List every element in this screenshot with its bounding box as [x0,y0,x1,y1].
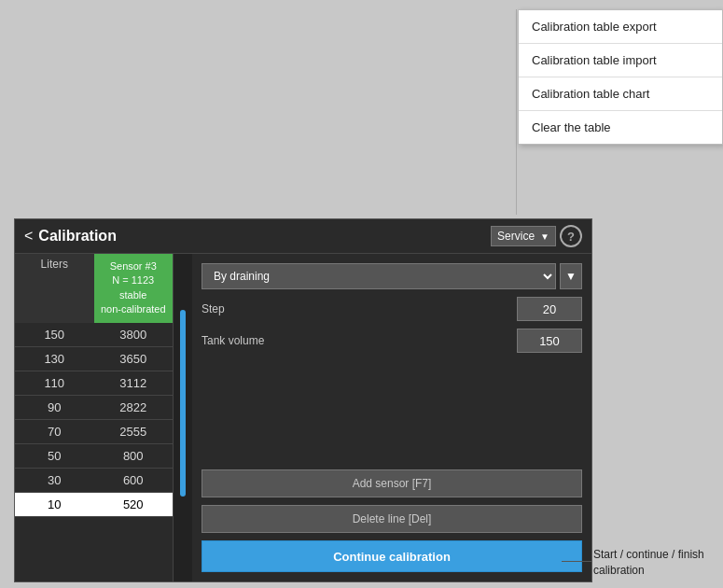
step-input[interactable] [517,297,582,321]
table-row: 50 800 [15,444,173,469]
context-menu-line [516,9,517,215]
title-bar: < Calibration Service ▼ ? [15,219,591,254]
table-row-selected[interactable]: 10 520 [15,493,173,517]
table-row: 110 3112 [15,371,173,396]
liters-cell: 70 [15,420,94,443]
context-menu-import[interactable]: Calibration table import [519,44,722,77]
value-cell: 520 [94,493,174,516]
right-panel: By draining By filling ▼ Step Tank volum… [192,254,591,581]
table-row: 70 2555 [15,420,173,444]
help-button[interactable]: ? [560,225,582,247]
title-bar-right: Service ▼ ? [491,225,582,247]
liters-header: Liters [15,254,94,323]
liters-cell: 130 [15,347,94,371]
scroll-bar[interactable] [180,310,186,497]
table-row: 130 3650 [15,347,173,371]
table-row: 90 2822 [15,396,173,420]
context-menu-export[interactable]: Calibration table export [519,10,722,44]
tank-volume-row: Tank volume [202,329,582,353]
calibration-window: < Calibration Service ▼ ? Liters Sensor … [14,218,592,582]
step-label: Step [202,302,225,315]
value-cell: 2555 [94,420,174,443]
method-dropdown-arrow[interactable]: ▼ [560,263,582,289]
liters-cell: 150 [15,323,94,346]
liters-cell: 30 [15,469,94,492]
annotation-label: Start / continue / finish calibration [593,547,719,579]
value-cell: 3112 [94,371,174,395]
value-cell: 600 [94,469,174,492]
continue-calibration-button[interactable]: Continue calibration [202,540,582,572]
step-row: Step [202,297,582,321]
window-title: Calibration [38,228,117,245]
sensor-info: Sensor #3N = 1123stablenon-calibrated [94,254,174,323]
value-cell: 800 [94,444,174,468]
calibration-table: Liters Sensor #3N = 1123stablenon-calibr… [15,254,174,581]
tank-volume-input[interactable] [517,329,582,353]
liters-cell: 90 [15,396,94,419]
table-header: Liters Sensor #3N = 1123stablenon-calibr… [15,254,173,323]
context-menu-clear[interactable]: Clear the table [519,111,722,144]
liters-cell: 10 [15,493,94,516]
value-cell: 3650 [94,347,174,371]
content-area: Liters Sensor #3N = 1123stablenon-calibr… [15,254,591,581]
method-dropdown[interactable]: By draining By filling [202,263,556,289]
table-row: 150 3800 [15,323,173,347]
table-rows: 150 3800 130 3650 110 3112 90 2822 70 [15,323,173,581]
delete-line-button[interactable]: Delete line [Del] [202,505,582,533]
context-menu-chart[interactable]: Calibration table chart [519,77,722,111]
service-dropdown[interactable]: Service ▼ [491,226,556,246]
annotation-arrow [562,561,591,562]
table-row: 30 600 [15,469,173,493]
spacer [202,360,582,462]
service-dropdown-arrow: ▼ [540,231,549,242]
value-cell: 2822 [94,396,174,419]
liters-cell: 50 [15,444,94,468]
liters-cell: 110 [15,371,94,395]
service-label: Service [497,230,535,243]
value-cell: 3800 [94,323,174,346]
tank-volume-label: Tank volume [202,334,264,347]
method-row: By draining By filling ▼ [202,263,582,289]
scroll-area [174,254,192,581]
context-menu: Calibration table export Calibration tab… [518,9,723,145]
add-sensor-button[interactable]: Add sensor [F7] [202,469,582,497]
back-arrow[interactable]: < [24,228,33,245]
